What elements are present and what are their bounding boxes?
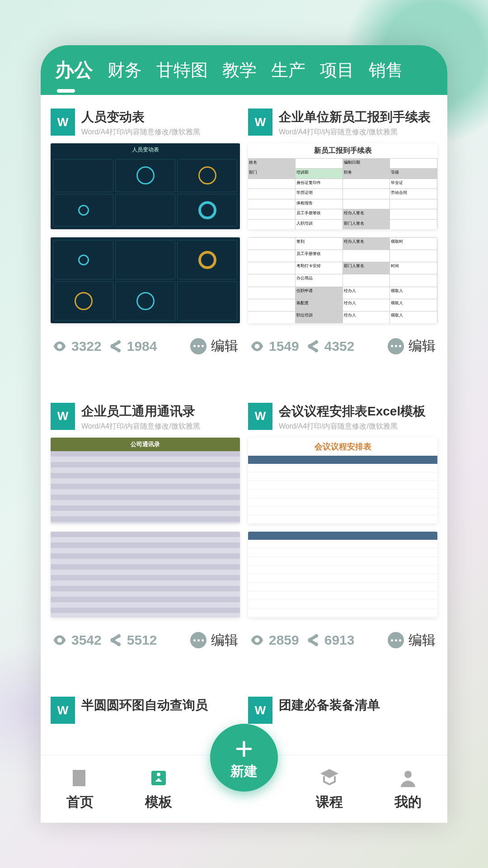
courses-icon (318, 767, 341, 789)
template-card[interactable]: W 会议议程安排表Excel模板 Word/A4打印/内容随意修改/微软雅黑 会… (248, 401, 437, 687)
template-card[interactable]: W 半圆圆环图自动查询员 (51, 695, 240, 726)
tab-finance[interactable]: 财务 (101, 54, 148, 86)
tab-project[interactable]: 项目 (314, 54, 361, 86)
word-doc-icon: W (51, 108, 75, 136)
share-icon (305, 339, 320, 354)
plus-icon: + (235, 735, 253, 762)
template-thumbnail[interactable]: 公司通讯录 (51, 438, 240, 524)
more-icon[interactable] (190, 632, 206, 648)
template-thumbnail[interactable]: 签到经办人签名领取时 员工手册签收 考勤打卡安排部门人签名时间 办公用品 任职申… (248, 237, 437, 323)
more-icon[interactable] (388, 338, 404, 354)
card-title: 半圆圆环图自动查询员 (81, 697, 240, 714)
tab-sales[interactable]: 销售 (362, 54, 409, 86)
word-doc-icon: W (248, 403, 272, 430)
views-count: 1549 (269, 339, 299, 354)
nav-profile[interactable]: 我的 (381, 767, 435, 811)
svg-point-3 (404, 771, 412, 778)
svg-rect-0 (73, 770, 85, 786)
template-thumbnail[interactable]: 会议议程安排表 (248, 438, 437, 524)
more-icon[interactable] (190, 338, 206, 354)
edit-button[interactable]: 编辑 (211, 631, 238, 650)
bottom-navigation: + 新建 首页 模板 课程 我的 (41, 755, 447, 823)
home-icon (69, 767, 91, 789)
card-title: 团建必备装备清单 (279, 697, 437, 714)
template-thumbnail[interactable] (51, 237, 240, 323)
card-title: 企业员工通用通讯录 (81, 403, 240, 420)
template-thumbnail[interactable] (248, 532, 437, 618)
template-grid[interactable]: W 人员变动表 Word/A4打印/内容随意修改/微软雅黑 人员变动表 (41, 95, 447, 755)
shares-count: 5512 (127, 632, 157, 648)
templates-icon (147, 767, 170, 789)
views-icon (52, 339, 67, 354)
template-thumbnail[interactable]: 人员变动表 (51, 143, 240, 229)
card-subtitle: Word/A4打印/内容随意修改/微软雅黑 (81, 127, 240, 137)
card-stats: 1549 4352 编辑 (248, 323, 437, 364)
share-icon (305, 633, 320, 647)
profile-icon (397, 767, 419, 789)
nav-courses[interactable]: 课程 (302, 767, 357, 811)
views-icon (250, 633, 264, 647)
card-stats: 2859 6913 编辑 (248, 618, 437, 659)
tab-office[interactable]: 办公 (49, 53, 99, 87)
card-title: 会议议程安排表Excel模板 (279, 403, 437, 420)
tab-teaching[interactable]: 教学 (216, 54, 263, 86)
template-card[interactable]: W 企业单位新员工报到手续表 Word/A4打印/内容随意修改/微软雅黑 新员工… (248, 107, 437, 393)
edit-button[interactable]: 编辑 (211, 337, 238, 355)
card-stats: 3322 1984 编辑 (51, 323, 240, 364)
template-card[interactable]: W 人员变动表 Word/A4打印/内容随意修改/微软雅黑 人员变动表 (51, 107, 240, 393)
views-count: 3322 (71, 339, 102, 354)
word-doc-icon: W (248, 697, 272, 724)
more-icon[interactable] (388, 632, 404, 648)
template-card[interactable]: W 团建必备装备清单 (248, 695, 437, 726)
svg-point-2 (157, 773, 160, 776)
views-icon (52, 633, 67, 647)
template-thumbnail[interactable] (51, 532, 240, 618)
shares-count: 1984 (127, 339, 157, 354)
tab-gantt[interactable]: 甘特图 (150, 54, 214, 86)
word-doc-icon: W (51, 697, 75, 724)
card-title: 人员变动表 (81, 108, 240, 126)
new-button[interactable]: + 新建 (210, 724, 278, 792)
category-tabs: 办公 财务 甘特图 教学 生产 项目 销售 (41, 45, 447, 95)
card-subtitle: Word/A4打印/内容随意修改/微软雅黑 (81, 422, 240, 431)
edit-button[interactable]: 编辑 (408, 631, 436, 650)
nav-home[interactable]: 首页 (53, 767, 107, 811)
views-icon (250, 339, 264, 354)
views-count: 2859 (269, 632, 299, 648)
card-title: 企业单位新员工报到手续表 (279, 108, 437, 126)
template-card[interactable]: W 企业员工通用通讯录 Word/A4打印/内容随意修改/微软雅黑 公司通讯录 (51, 401, 240, 687)
share-icon (108, 633, 122, 647)
card-stats: 3542 5512 编辑 (51, 618, 240, 659)
card-subtitle: Word/A4打印/内容随意修改/微软雅黑 (279, 127, 437, 137)
nav-templates[interactable]: 模板 (131, 767, 186, 811)
share-icon (108, 339, 122, 354)
tab-production[interactable]: 生产 (265, 54, 312, 86)
template-thumbnail[interactable]: 新员工报到手续表 姓名编制日期 部门培训部职务等级 身份证复印件毕业证 学历证明… (248, 143, 437, 229)
word-doc-icon: W (248, 108, 272, 136)
views-count: 3542 (71, 632, 102, 648)
shares-count: 6913 (324, 632, 355, 648)
card-subtitle: Word/A4打印/内容随意修改/微软雅黑 (279, 422, 437, 431)
edit-button[interactable]: 编辑 (408, 337, 436, 355)
shares-count: 4352 (324, 339, 355, 354)
word-doc-icon: W (51, 403, 75, 430)
phone-frame: 办公 财务 甘特图 教学 生产 项目 销售 W 人员变动表 Word/A4打印/… (41, 45, 447, 823)
